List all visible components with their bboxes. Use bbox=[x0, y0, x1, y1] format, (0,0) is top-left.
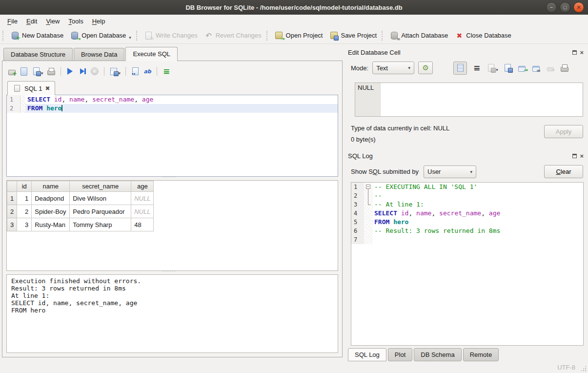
gear-icon bbox=[421, 63, 430, 72]
toolbar-button-open-project[interactable]: Open Project bbox=[271, 29, 326, 42]
edit-cell-close-button[interactable]: × bbox=[580, 50, 584, 55]
cell-toolbar-button-text-mode[interactable] bbox=[453, 62, 467, 75]
splitter-results-status[interactable] bbox=[6, 271, 338, 274]
cell-toolbar-button-save-as[interactable] bbox=[504, 63, 512, 72]
column-header-name[interactable]: name bbox=[32, 181, 70, 192]
table-cell[interactable]: Pedro Parqueador bbox=[70, 205, 131, 218]
cell-toolbar-button-import-data[interactable]: ▾ bbox=[487, 63, 498, 72]
row-header[interactable]: 1 bbox=[7, 192, 17, 205]
table-cell[interactable]: Dive Wilson bbox=[70, 192, 131, 205]
results-table: idnamesecret_nameage 11DeadpondDive Wils… bbox=[7, 181, 154, 231]
sql-toolbar-button-find-replace[interactable] bbox=[143, 67, 152, 76]
tab-browse-data[interactable]: Browse Data bbox=[74, 48, 124, 61]
bottom-tabs: SQL LogPlotDB SchemaRemote bbox=[348, 346, 584, 361]
column-header-secret-name[interactable]: secret_name bbox=[70, 181, 131, 192]
table-cell[interactable]: 3 bbox=[17, 218, 32, 231]
tab-execute-sql[interactable]: Execute SQL bbox=[125, 47, 178, 61]
execution-status: Execution finished without errors. Resul… bbox=[6, 274, 338, 353]
bottom-tab-plot[interactable]: Plot bbox=[388, 348, 412, 361]
sql-toolbar-button-format-sql[interactable] bbox=[162, 67, 171, 76]
sql-token: name bbox=[416, 209, 431, 217]
menu-item-file[interactable]: File bbox=[3, 16, 22, 26]
clear-button[interactable]: Clear bbox=[544, 165, 583, 178]
sql-toolbar-button-save-results[interactable]: ▾ bbox=[109, 67, 121, 76]
table-cell[interactable]: 48 bbox=[131, 218, 154, 231]
sql-log-view[interactable]: 1−-- EXECUTING ALL IN 'SQL 1'2--3-- At l… bbox=[351, 182, 584, 346]
toolbar-button-revert-changes[interactable]: Revert Changes bbox=[201, 29, 265, 42]
sql-toolbar-button-execute-line[interactable] bbox=[78, 67, 87, 76]
minimize-button[interactable]: − bbox=[546, 2, 557, 13]
text-mode-icon bbox=[456, 63, 465, 72]
sql-toolbar-button-open-sql-new-tab[interactable] bbox=[7, 67, 16, 76]
cell-toolbar-button-remove-cell[interactable] bbox=[546, 63, 555, 72]
sql-toolbar-button-execute-all[interactable] bbox=[66, 67, 75, 76]
sql-token: age bbox=[142, 96, 153, 103]
toolbar-button-open-database[interactable]: Open Database▾ bbox=[67, 29, 135, 42]
sql-token: hero bbox=[46, 104, 61, 112]
window-controls: −□✕ bbox=[546, 2, 584, 13]
sql-file-tab-sql-1[interactable]: SQL 1✖ bbox=[7, 81, 55, 95]
cell-value-editor[interactable]: NULL bbox=[355, 83, 583, 117]
row-header[interactable]: 3 bbox=[7, 218, 17, 231]
edit-cell-float-button[interactable] bbox=[572, 50, 577, 55]
cell-toolbar-button-set-link[interactable] bbox=[532, 63, 541, 72]
sql-log-filter-select[interactable]: User ▾ bbox=[424, 166, 476, 178]
resize-grip[interactable] bbox=[581, 366, 586, 371]
tab-database-structure[interactable]: Database Structure bbox=[3, 48, 73, 61]
sql-token: age bbox=[489, 209, 500, 217]
sql-token: , bbox=[408, 209, 416, 217]
toolbar-separator bbox=[136, 31, 139, 41]
table-cell[interactable]: Deadpond bbox=[32, 192, 70, 205]
toolbar-button-label: Open Project bbox=[286, 32, 323, 39]
table-cell[interactable]: Tommy Sharp bbox=[70, 218, 131, 231]
left-panel: Database StructureBrowse DataExecute SQL… bbox=[0, 44, 343, 361]
toolbar-button-attach-database[interactable]: Attach Database bbox=[386, 29, 451, 42]
toolbar-button-new-database[interactable]: New Database bbox=[7, 29, 67, 42]
mode-select[interactable]: Text ▾ bbox=[372, 62, 414, 74]
row-header[interactable]: 2 bbox=[7, 205, 17, 218]
close-tab-icon[interactable]: ✖ bbox=[45, 85, 50, 92]
fold-margin[interactable]: − bbox=[364, 183, 373, 191]
cell-toolbar-button-print-cell[interactable] bbox=[560, 63, 569, 72]
sql-editor[interactable]: 1SELECT id, name, secret_name, age2FROM … bbox=[6, 95, 338, 177]
table-cell[interactable]: 2 bbox=[17, 205, 32, 218]
titlebar[interactable]: DB Browser for SQLite - /home/user/code/… bbox=[0, 0, 588, 15]
maximize-button[interactable]: □ bbox=[560, 2, 570, 13]
table-cell[interactable]: 1 bbox=[17, 192, 32, 205]
menu-item-view[interactable]: View bbox=[41, 16, 64, 26]
cell-toolbar-button-word-wrap[interactable] bbox=[472, 63, 481, 72]
toolbar-button-save-project[interactable]: Save Project bbox=[326, 29, 380, 42]
toolbar-separator bbox=[266, 31, 269, 41]
table-cell[interactable]: NULL bbox=[131, 192, 154, 205]
sql-toolbar-button-stop[interactable] bbox=[90, 67, 99, 76]
table-cell[interactable]: NULL bbox=[131, 205, 154, 218]
sql-log-float-button[interactable] bbox=[572, 154, 577, 158]
open-database-icon bbox=[70, 31, 79, 40]
menu-item-edit[interactable]: Edit bbox=[22, 16, 41, 26]
toolbar-button-close-database[interactable]: Close Database bbox=[451, 29, 515, 42]
sql-token: id bbox=[54, 96, 62, 103]
table-cell[interactable]: Spider-Boy bbox=[32, 205, 70, 218]
sql-token: id bbox=[401, 209, 409, 217]
cell-toolbar-button-export-data[interactable] bbox=[518, 63, 527, 72]
sql-log-close-button[interactable]: × bbox=[580, 154, 584, 158]
menu-item-help[interactable]: Help bbox=[88, 16, 110, 26]
sql-toolbar-button-open-sql-file[interactable] bbox=[20, 67, 28, 76]
bottom-tab-remote[interactable]: Remote bbox=[463, 348, 499, 361]
sql-toolbar-button-find[interactable] bbox=[131, 67, 140, 76]
column-header-age[interactable]: age bbox=[131, 181, 154, 192]
table-cell[interactable]: Rusty-Man bbox=[32, 218, 70, 231]
cell-settings-button[interactable] bbox=[418, 62, 433, 74]
sql-toolbar-button-save-sql-file[interactable]: ▾ bbox=[32, 67, 43, 76]
bottom-tab-db-schema[interactable]: DB Schema bbox=[414, 348, 461, 361]
toolbar-button-write-changes[interactable]: Write Changes bbox=[141, 29, 201, 42]
sql-toolbar-button-print-sql[interactable] bbox=[47, 67, 56, 76]
bottom-tab-sql-log[interactable]: SQL Log bbox=[348, 348, 386, 361]
close-button[interactable]: ✕ bbox=[573, 2, 584, 13]
mode-select-value: Text bbox=[376, 64, 388, 72]
apply-button[interactable]: Apply bbox=[544, 125, 583, 138]
collapse-icon[interactable]: − bbox=[366, 185, 370, 189]
column-header-id[interactable]: id bbox=[17, 181, 32, 192]
menu-item-tools[interactable]: Tools bbox=[64, 16, 87, 26]
splitter-editor-results[interactable] bbox=[6, 177, 338, 180]
